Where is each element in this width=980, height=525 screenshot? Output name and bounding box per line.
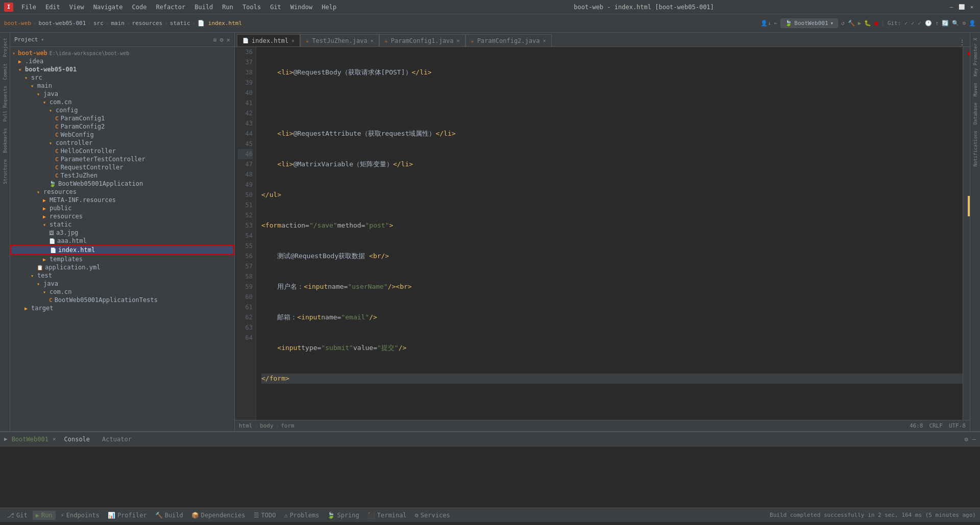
git-tool[interactable]: ⎇ Git [4,511,31,520]
breadcrumb-file[interactable]: 📄 index.html [198,20,242,27]
dependencies-tool[interactable]: 📦 Dependencies [188,511,249,520]
run-close[interactable]: ✕ [53,436,56,442]
spring-tool[interactable]: 🍃 Spring [324,511,362,520]
refresh-button[interactable]: ↺ [841,20,845,27]
breadcrumb-main[interactable]: main [111,20,125,27]
key-promoter-icon[interactable]: Key Promoter X [972,35,979,80]
tree-item-a3jpg[interactable]: 🖼 a3.jpg [10,229,234,237]
commit-icon[interactable]: Commit [2,60,9,83]
tree-item-controller[interactable]: ▾ controller [10,139,234,147]
close-button[interactable]: ✕ [968,3,976,11]
tree-item-static[interactable]: ▾ static [10,220,234,229]
build-tool[interactable]: 🔨 Build [152,511,186,520]
stop-button[interactable]: ■ [874,20,878,27]
maximize-button[interactable]: ⬜ [958,3,966,11]
tree-item-paramconfig2[interactable]: C ParamConfig2 [10,122,234,131]
build-button[interactable]: 🔨 [848,20,855,27]
run-button[interactable]: ▶ [858,20,862,27]
problems-tool[interactable]: ⚠ Problems [281,511,322,520]
breadcrumb-static[interactable]: static [170,20,190,27]
settings-button[interactable]: ⚙ [962,20,966,27]
menu-run[interactable]: Run [218,3,237,12]
breadcrumb-root[interactable]: boot-web [4,20,31,27]
tree-item-testjuzhen[interactable]: C TestJuZhen [10,171,234,180]
code-editor[interactable]: 36 37 38 39 40 41 42 43 44 45 46 47 48 4… [235,47,970,420]
tree-item-resources-dir[interactable]: ▾ resources [10,188,234,196]
tree-item-hellocontroller[interactable]: C HelloController [10,147,234,155]
bottom-minimize[interactable]: — [972,436,976,443]
code-content[interactable]: <li>@RequestBody（获取请求体[POST]）</li> <li>@… [256,47,963,420]
console-content[interactable] [0,446,980,508]
tree-item-src[interactable]: ▾ src [10,73,234,82]
run-tool[interactable]: ▶ Run [33,511,56,520]
tree-item-appyml[interactable]: 📋 application.yml [10,263,234,271]
editor-options[interactable]: ⋮ [954,38,970,46]
tab-paramconfig2[interactable]: ☕ ParamConfig2.java ✕ [465,34,552,46]
search-button[interactable]: 🔍 [952,20,959,27]
maven-icon[interactable]: Maven [972,80,979,99]
profiler-tool[interactable]: 📊 Profiler [105,511,150,520]
tree-item-boot-web[interactable]: ▾ boot-web E:\idea-workspace\boot-web [10,49,234,57]
minimize-button[interactable]: — [947,3,955,11]
menu-refactor[interactable]: Refactor [152,3,189,12]
vcs-button[interactable]: 👤↓ [761,20,771,27]
menu-edit[interactable]: Edit [41,3,64,12]
tree-item-apptests[interactable]: C BootWeb05001ApplicationTests [10,296,234,304]
tree-item-paramconfig1[interactable]: C ParamConfig1 [10,114,234,122]
menu-git[interactable]: Git [266,3,285,12]
pull-requests-icon[interactable]: Pull Requests [2,83,9,124]
menu-help[interactable]: Help [317,3,340,12]
tab-testjuzhen[interactable]: ☕ TestJuZhen.java ✕ [300,34,379,46]
notifications-icon[interactable]: Notifications [972,128,979,169]
menu-window[interactable]: Window [286,3,316,12]
profile-button[interactable]: 👤 [969,20,976,27]
run-config-selector[interactable]: 🍃 BootWeb001 ▾ [780,18,838,28]
breadcrumb-resources[interactable]: resources [132,20,163,27]
project-collapse-all[interactable]: ≡ [213,36,216,43]
tree-item-templates[interactable]: ▶ templates [10,255,234,263]
project-settings[interactable]: ⚙ [220,36,224,43]
breadcrumb-module[interactable]: boot-web05-001 [39,20,86,27]
tree-item-java[interactable]: ▾ java [10,90,234,98]
tree-item-test[interactable]: ▾ test [10,271,234,280]
project-close[interactable]: ✕ [227,36,230,43]
tree-item-idea[interactable]: ▶ .idea [10,57,234,65]
tree-item-boot-web05[interactable]: ▾ boot-web05-001 [10,65,234,73]
tree-item-parametertestcontroller[interactable]: C ParameterTestController [10,155,234,163]
tab-indexhtml[interactable]: 📄 index.html ✕ [237,34,300,46]
back-button[interactable]: ← [774,20,778,27]
console-tab[interactable]: Console [60,435,94,444]
close-tab-paramconfig1[interactable]: ✕ [457,38,460,43]
tree-item-aaahtml[interactable]: 📄 aaa.html [10,237,234,245]
tree-item-main[interactable]: ▾ main [10,82,234,90]
tree-item-requestcontroller[interactable]: C RequestController [10,163,234,171]
tree-item-indexhtml[interactable]: 📄 index.html [10,245,234,255]
menu-navigate[interactable]: Navigate [89,3,127,12]
menu-build[interactable]: Build [190,3,217,12]
actuator-tab[interactable]: Actuator [98,435,136,444]
menu-tools[interactable]: Tools [238,3,265,12]
scroll-gutter[interactable] [963,47,970,420]
tree-item-comcn[interactable]: ▾ com.cn [10,98,234,106]
tree-item-config[interactable]: ▾ config [10,106,234,114]
menu-view[interactable]: View [65,3,88,12]
tree-item-metainf[interactable]: ▶ META-INF.resources [10,196,234,204]
menu-code[interactable]: Code [128,3,151,12]
tab-paramconfig1[interactable]: ☕ ParamConfig1.java ✕ [379,34,465,46]
menu-file[interactable]: File [17,3,40,12]
tree-item-resources-sub[interactable]: ▶ resources [10,212,234,220]
breadcrumb-src[interactable]: src [93,20,104,27]
close-tab-indexhtml[interactable]: ✕ [291,38,295,43]
tree-item-webconfig[interactable]: C WebConfig [10,131,234,139]
tree-item-target[interactable]: ▶ target [10,304,234,312]
close-tab-testjuzhen[interactable]: ✕ [371,38,374,43]
tree-item-test-comcn[interactable]: ▾ com.cn [10,288,234,296]
endpoints-tool[interactable]: ⚡ Endpoints [58,511,103,520]
database-icon[interactable]: Database [972,99,979,128]
terminal-tool[interactable]: ⬛ Terminal [364,511,410,520]
services-tool[interactable]: ⚙ Services [412,511,453,520]
close-tab-paramconfig2[interactable]: ✕ [543,38,546,43]
debug-button[interactable]: 🐛 [864,20,871,27]
tree-item-test-java[interactable]: ▾ java [10,280,234,288]
todo-tool[interactable]: ☰ TODO [251,511,279,520]
